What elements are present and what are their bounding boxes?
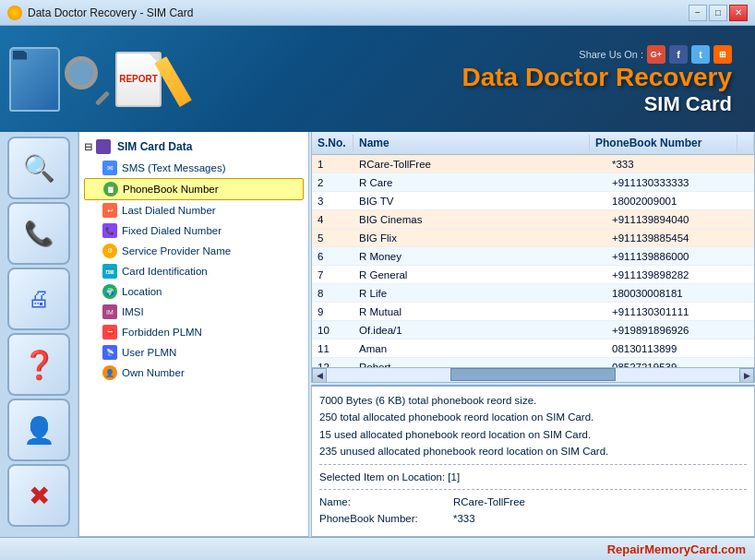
- sidebar-item-forbidden-plmn[interactable]: ⛔ Forbidden PLMN: [84, 322, 304, 342]
- info-phone-label: PhoneBook Number:: [319, 510, 439, 527]
- sidebar-item-last-dialed[interactable]: ↩ Last Dialed Number: [84, 200, 304, 220]
- cell-phone: 180030008181: [606, 286, 754, 301]
- phone-button[interactable]: 📞: [7, 202, 70, 265]
- app-title-1: Data Doctor Recovery: [461, 64, 732, 92]
- service-provider-icon: ⚙: [102, 244, 117, 258]
- print-button[interactable]: 🖨: [7, 268, 70, 330]
- cell-phone: +911139898282: [606, 268, 754, 282]
- cell-phone: 08130113899: [606, 341, 754, 356]
- own-number-icon: 👤: [102, 365, 117, 380]
- sms-icon: ✉: [102, 161, 117, 175]
- cell-sno: 7: [312, 268, 354, 282]
- cell-sno: 6: [312, 249, 354, 264]
- cell-phone: *333: [606, 157, 754, 172]
- table-row[interactable]: 8 R Life 180030008181: [312, 284, 754, 303]
- table-row[interactable]: 5 BIG Flix +911139885454: [312, 229, 754, 247]
- status-bar: RepairMemoryCard.com: [0, 537, 755, 560]
- sidebar-item-phonebook[interactable]: 📋 PhoneBook Number: [84, 178, 304, 200]
- horizontal-scrollbar[interactable]: ◀ ▶: [312, 367, 754, 382]
- col-scroll-spacer: [737, 135, 754, 151]
- help-button[interactable]: ❓: [7, 333, 70, 396]
- social-google-btn[interactable]: G+: [647, 45, 665, 64]
- table-body[interactable]: 1 RCare-TollFree *333 2 R Care +91113033…: [312, 155, 754, 367]
- help-icon: ❓: [22, 349, 56, 381]
- hscroll-right-btn[interactable]: ▶: [739, 368, 754, 383]
- sidebar-item-own-number[interactable]: 👤 Own Number: [84, 363, 304, 383]
- table-row[interactable]: 4 BIG Cinemas +911139894040: [312, 210, 754, 229]
- table-row[interactable]: 2 R Care +911130333333: [312, 173, 754, 192]
- cell-sno: 9: [312, 304, 354, 319]
- table-row[interactable]: 10 Of.idea/1 +919891896926: [312, 321, 754, 340]
- printer-icon: 🖨: [28, 286, 50, 312]
- sidebar-item-card-id[interactable]: 🪪 Card Identification: [84, 261, 304, 281]
- imsi-icon: IM: [102, 304, 117, 319]
- cell-name: R Mutual: [354, 304, 606, 319]
- info-detail-phone: PhoneBook Number: *333: [319, 510, 747, 527]
- social-feed-btn[interactable]: ⊞: [713, 45, 732, 64]
- social-twitter-btn[interactable]: t: [691, 45, 710, 64]
- cell-name: BIG Flix: [354, 231, 606, 245]
- sidebar-item-sms-label: SMS (Text Messages): [122, 162, 225, 173]
- sidebar-item-imsi[interactable]: IM IMSI: [84, 302, 304, 322]
- website-label[interactable]: RepairMemoryCard.com: [607, 542, 746, 556]
- tree-panel: ⊟ SIM Card Data ✉ SMS (Text Messages) 📋 …: [78, 132, 309, 537]
- share-row: Share Us On : G+ f t ⊞: [461, 45, 732, 64]
- phonebook-table: S.No. Name PhoneBook Number 1 RCare-Toll…: [311, 132, 755, 383]
- table-row[interactable]: 1 RCare-TollFree *333: [312, 155, 754, 173]
- cell-name: R Life: [354, 286, 606, 301]
- cell-name: RCare-TollFree: [354, 157, 606, 172]
- sidebar-item-last-dialed-label: Last Dialed Number: [122, 205, 216, 216]
- cell-phone: 18002009001: [606, 194, 754, 209]
- cell-sno: 3: [312, 194, 354, 209]
- last-dialed-icon: ↩: [102, 203, 117, 218]
- sidebar-item-phonebook-label: PhoneBook Number: [123, 184, 219, 195]
- close-button[interactable]: ✖: [7, 464, 70, 527]
- cell-sno: 8: [312, 286, 354, 301]
- person-button[interactable]: 👤: [7, 399, 70, 461]
- title-bar-text: Data Doctor Recovery - SIM Card: [28, 6, 193, 19]
- sidebar-item-user-plmn[interactable]: 📡 User PLMN: [84, 342, 304, 363]
- sidebar-item-card-id-label: Card Identification: [122, 266, 208, 277]
- table-row[interactable]: 9 R Mutual +911130301111: [312, 303, 754, 321]
- sidebar-item-service-provider-label: Service Provider Name: [122, 245, 231, 256]
- cell-sno: 2: [312, 175, 354, 190]
- table-row[interactable]: 12 Robert 08527219539: [312, 358, 754, 367]
- cell-name: BIG Cinemas: [354, 212, 606, 227]
- sim-data-icon: [96, 139, 111, 154]
- tree-expand-icon[interactable]: ⊟: [84, 141, 92, 153]
- maximize-button[interactable]: □: [709, 5, 727, 21]
- info-phone-value: *333: [453, 510, 475, 527]
- col-name: Name: [354, 135, 590, 151]
- sidebar-item-location[interactable]: 🌍 Location: [84, 281, 304, 302]
- table-row[interactable]: 3 BIG TV 18002009001: [312, 192, 754, 210]
- tree-root-label: SIM Card Data: [117, 140, 192, 153]
- col-sno: S.No.: [312, 135, 354, 151]
- info-line3: 15 used allocated phonebook reord locati…: [319, 426, 747, 443]
- app-title-2: SIM Card: [461, 92, 732, 116]
- sidebar-item-sms[interactable]: ✉ SMS (Text Messages): [84, 158, 304, 178]
- table-row[interactable]: 6 R Money +911139886000: [312, 247, 754, 266]
- info-detail-name: Name: RCare-TollFree: [319, 494, 747, 510]
- sidebar-item-fixed-dialed-label: Fixed Dialed Number: [122, 225, 222, 236]
- search-button[interactable]: 🔍: [7, 137, 70, 199]
- table-row[interactable]: 11 Aman 08130113899: [312, 340, 754, 358]
- right-section: S.No. Name PhoneBook Number 1 RCare-Toll…: [309, 132, 755, 537]
- sidebar-item-forbidden-plmn-label: Forbidden PLMN: [122, 327, 202, 338]
- card-id-icon: 🪪: [102, 264, 117, 279]
- cell-phone: 08527219539: [606, 360, 754, 368]
- hscroll-left-btn[interactable]: ◀: [312, 368, 327, 383]
- sidebar-item-service-provider[interactable]: ⚙ Service Provider Name: [84, 241, 304, 261]
- magnifying-glass-icon: [65, 56, 111, 102]
- hscroll-track[interactable]: [327, 368, 739, 382]
- table-row[interactable]: 7 R General +911139898282: [312, 266, 754, 284]
- close-window-button[interactable]: ✕: [729, 5, 748, 21]
- social-facebook-btn[interactable]: f: [669, 45, 688, 64]
- info-line2: 250 total allocated phonebook reord loca…: [319, 409, 747, 425]
- phonebook-icon: 📋: [103, 182, 118, 197]
- minimize-button[interactable]: −: [689, 5, 707, 21]
- info-line1: 7000 Bytes (6 KB) total phonebook reord …: [319, 392, 747, 409]
- phone-icon: 📞: [24, 220, 54, 248]
- cell-phone: +911139894040: [606, 212, 754, 227]
- sidebar-item-fixed-dialed[interactable]: 📞 Fixed Dialed Number: [84, 220, 304, 241]
- hscroll-thumb[interactable]: [450, 368, 616, 381]
